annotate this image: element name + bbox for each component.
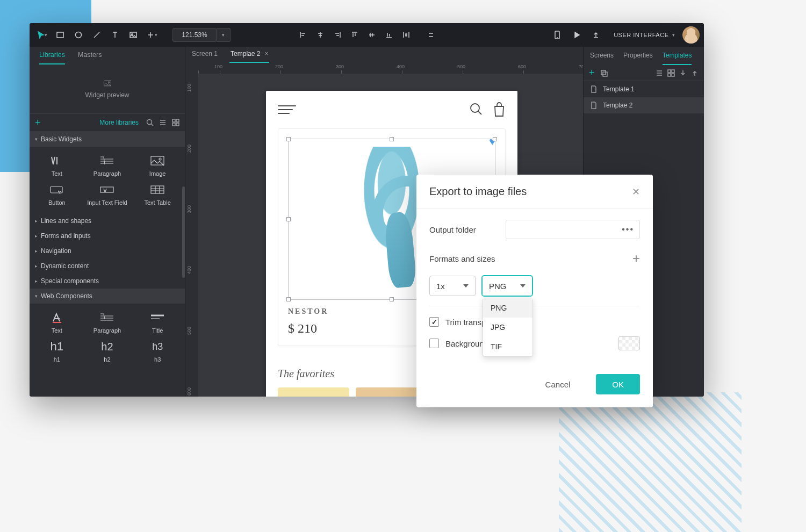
add-tool[interactable]: ▾ bbox=[143, 27, 160, 43]
format-select[interactable]: PNG PNG JPG TIF bbox=[482, 276, 532, 296]
dialog-title: Export to image files bbox=[429, 185, 527, 198]
bg-color-swatch[interactable] bbox=[618, 336, 640, 350]
list-icon[interactable] bbox=[656, 69, 663, 77]
user-menu[interactable]: USER INTERFACE▾ bbox=[614, 32, 675, 38]
rectangle-tool[interactable] bbox=[52, 27, 68, 43]
distribute-v-icon[interactable] bbox=[423, 27, 439, 43]
masters-tab[interactable]: Masters bbox=[78, 46, 102, 64]
template-row[interactable]: Template 1 bbox=[584, 81, 704, 97]
web-h1[interactable]: h1h1 bbox=[33, 338, 81, 365]
bg-stripes bbox=[559, 392, 742, 532]
svg-rect-18 bbox=[100, 187, 113, 192]
align-right-icon[interactable] bbox=[329, 27, 346, 43]
trim-checkbox[interactable] bbox=[429, 317, 439, 327]
widget-image[interactable]: Image bbox=[133, 152, 182, 179]
web-components-section[interactable]: Web Components bbox=[30, 289, 185, 304]
ok-button[interactable]: OK bbox=[596, 374, 640, 394]
zoom-dropdown[interactable]: ▾ bbox=[217, 28, 231, 42]
device-icon[interactable] bbox=[549, 27, 565, 43]
widget-button[interactable]: Button bbox=[33, 181, 81, 208]
align-left-icon[interactable] bbox=[295, 27, 311, 43]
svg-rect-19 bbox=[151, 186, 164, 193]
screens-tab[interactable]: Screens bbox=[590, 47, 614, 65]
web-h2[interactable]: h2h2 bbox=[83, 338, 132, 365]
add-template-button[interactable]: + bbox=[589, 67, 595, 78]
close-icon[interactable]: ✕ bbox=[632, 186, 640, 198]
widget-input[interactable]: Input Text Field bbox=[83, 181, 132, 208]
widget-table[interactable]: Text Table bbox=[133, 181, 182, 208]
close-tab-icon[interactable]: × bbox=[264, 50, 268, 57]
resize-handle[interactable] bbox=[390, 297, 394, 301]
templates-tab[interactable]: Templates bbox=[663, 47, 692, 65]
web-widgets-grid: Text Paragraph Title h1h1 h2h2 h3h3 bbox=[30, 304, 185, 370]
play-icon[interactable] bbox=[568, 27, 585, 43]
basic-widgets-section[interactable]: Basic Widgets bbox=[30, 132, 185, 147]
align-bottom-icon[interactable] bbox=[381, 27, 397, 43]
cat-lines[interactable]: Lines and shapes bbox=[30, 213, 185, 228]
resize-handle[interactable] bbox=[286, 137, 291, 141]
template-row[interactable]: Templae 2 bbox=[584, 97, 704, 113]
size-select[interactable]: 1x bbox=[429, 276, 476, 296]
resize-handle[interactable] bbox=[493, 137, 497, 141]
svg-point-9 bbox=[147, 120, 152, 125]
select-tool[interactable]: ▾ bbox=[34, 27, 50, 43]
avatar[interactable] bbox=[682, 26, 700, 44]
search-icon[interactable] bbox=[146, 119, 154, 126]
format-option-tif[interactable]: TIF bbox=[483, 337, 532, 356]
widget-paragraph[interactable]: Paragraph bbox=[83, 152, 132, 179]
bg-checkbox[interactable] bbox=[429, 339, 439, 348]
resize-handle[interactable] bbox=[390, 137, 394, 141]
canvas-tab-screen1[interactable]: Screen 1 bbox=[191, 47, 219, 63]
cancel-button[interactable]: Cancel bbox=[529, 374, 587, 394]
align-vcenter-icon[interactable] bbox=[364, 27, 380, 43]
web-text[interactable]: Text bbox=[33, 309, 81, 336]
resize-handle[interactable] bbox=[286, 217, 291, 221]
distribute-h-icon[interactable] bbox=[398, 27, 414, 43]
add-format-button[interactable]: + bbox=[632, 251, 640, 266]
web-h3[interactable]: h3h3 bbox=[133, 338, 182, 365]
list-view-icon[interactable] bbox=[159, 119, 167, 126]
cat-forms[interactable]: Forms and inputs bbox=[30, 228, 185, 243]
bag-icon[interactable] bbox=[493, 102, 506, 117]
more-libraries-link[interactable]: More libraries bbox=[99, 119, 139, 126]
ruler-vertical: 100 200 300 400 500 600 bbox=[185, 74, 198, 397]
grid-view-icon[interactable] bbox=[172, 119, 179, 126]
favorite-swatch[interactable] bbox=[278, 387, 349, 397]
svg-point-23 bbox=[471, 104, 479, 112]
left-scrollbar[interactable] bbox=[182, 186, 185, 278]
grid-icon[interactable] bbox=[667, 69, 675, 77]
zoom-value[interactable]: 121.53% bbox=[172, 28, 217, 42]
line-tool[interactable] bbox=[89, 27, 105, 43]
cat-dynamic[interactable]: Dynamic content bbox=[30, 258, 185, 274]
libraries-tab[interactable]: Libraries bbox=[39, 46, 65, 64]
format-option-jpg[interactable]: JPG bbox=[483, 318, 532, 337]
properties-tab[interactable]: Properties bbox=[623, 47, 653, 65]
canvas-tab-template2[interactable]: Templae 2× bbox=[229, 47, 269, 63]
svg-rect-28 bbox=[672, 70, 674, 73]
output-folder-input[interactable]: ••• bbox=[506, 220, 640, 239]
web-paragraph[interactable]: Paragraph bbox=[83, 309, 132, 336]
widget-text[interactable]: Text bbox=[33, 152, 81, 179]
image-tool[interactable] bbox=[125, 27, 141, 43]
duplicate-icon[interactable] bbox=[600, 69, 608, 77]
format-option-png[interactable]: PNG bbox=[483, 298, 532, 318]
cat-special[interactable]: Special components bbox=[30, 274, 185, 289]
up-icon[interactable] bbox=[691, 69, 699, 77]
add-library-button[interactable]: + bbox=[35, 117, 41, 128]
search-icon[interactable] bbox=[469, 102, 483, 116]
zoom-control[interactable]: 121.53% ▾ bbox=[172, 28, 231, 42]
hamburger-icon[interactable] bbox=[278, 103, 296, 117]
svg-rect-14 bbox=[176, 123, 179, 126]
browse-icon[interactable]: ••• bbox=[622, 225, 634, 234]
resize-handle[interactable] bbox=[286, 297, 291, 301]
down-icon[interactable] bbox=[679, 69, 687, 77]
svg-rect-12 bbox=[176, 119, 179, 122]
text-tool[interactable] bbox=[107, 27, 123, 43]
ellipse-tool[interactable] bbox=[70, 27, 87, 43]
web-title[interactable]: Title bbox=[133, 309, 182, 336]
svg-line-2 bbox=[94, 32, 99, 38]
upload-icon[interactable] bbox=[588, 27, 604, 43]
align-hcenter-icon[interactable] bbox=[312, 27, 328, 43]
align-top-icon[interactable] bbox=[347, 27, 363, 43]
cat-nav[interactable]: Navigation bbox=[30, 243, 185, 258]
